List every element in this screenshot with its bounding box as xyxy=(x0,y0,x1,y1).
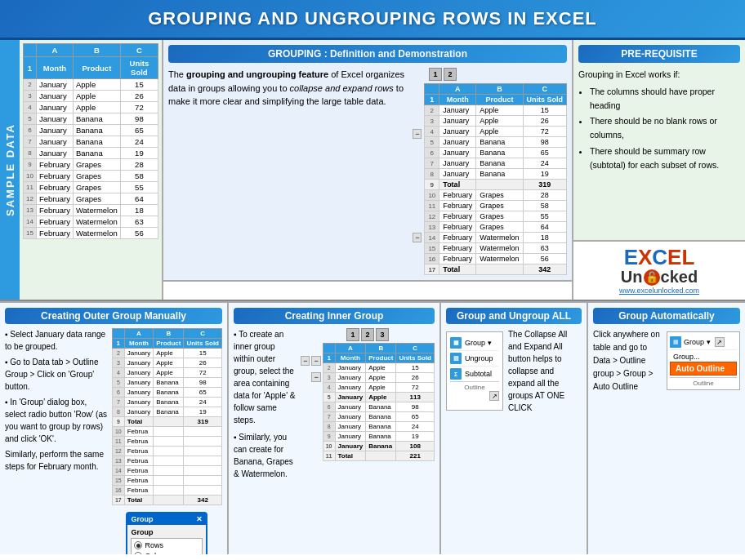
inner-level-3[interactable]: 3 xyxy=(376,328,389,341)
demo-cell-product: Grapes xyxy=(476,190,523,201)
demo-cell-units: 26 xyxy=(523,116,567,127)
dialog-close-btn[interactable]: ✕ xyxy=(196,515,203,523)
mini-table-row: 13 Februa xyxy=(112,456,221,466)
ungroup-label[interactable]: Ungroup xyxy=(465,354,493,362)
mini-row-num: 6 xyxy=(112,388,124,398)
level-1-btn[interactable]: 1 xyxy=(429,68,442,81)
cell-month: February xyxy=(36,205,73,216)
excel-logo-wordmark: EXCEL xyxy=(624,247,695,268)
group-auto-panel: ▦ Group ▾ ↗ Group... Auto Outline Outlin… xyxy=(667,328,740,393)
inner-mini-table-row: 10 January Banana 108 xyxy=(323,442,434,451)
inner-mini-row-num: 10 xyxy=(323,442,335,451)
mini-cell-units: 15 xyxy=(184,349,222,358)
demo-row-num: 6 xyxy=(425,148,439,158)
demo-cell-units: 28 xyxy=(523,190,567,201)
mini-cell-month: January xyxy=(124,398,153,407)
group-auto-text: Click anywhere on table and go to Data >… xyxy=(593,328,662,393)
group-icon: ▦ xyxy=(450,337,462,349)
auto-group-label[interactable]: Group ▾ xyxy=(684,338,711,346)
collapse-controls: − − xyxy=(413,83,422,275)
row-num: 15 xyxy=(24,228,37,239)
radio-columns[interactable]: Columns xyxy=(134,552,199,554)
radio-rows[interactable]: Rows xyxy=(134,541,199,549)
mini-cell-product xyxy=(154,476,184,486)
mini-cell-product: Banana xyxy=(154,388,184,398)
inner-mini-table-row: 2 January Apple 15 xyxy=(323,363,434,373)
mini-col-b: B xyxy=(154,329,184,339)
dialog-subtitle: Group xyxy=(131,528,203,536)
group-menu-item[interactable]: Group... xyxy=(670,352,737,362)
mini-table-row: 8 January Banana 19 xyxy=(112,407,221,417)
ked-text: cked xyxy=(661,268,698,287)
inner-mini-cell-month: January xyxy=(335,402,366,412)
level-2-btn[interactable]: 2 xyxy=(444,68,457,81)
auto-group-expand[interactable]: ↗ xyxy=(715,337,725,347)
inner-mini-cell-month: January xyxy=(335,393,366,402)
inner-row-1: 1 xyxy=(323,353,335,363)
table-row: 9 February Grapes 28 xyxy=(24,159,158,171)
inner-step-2: Similarly, you can create for Banana, Gr… xyxy=(234,431,297,480)
mini-table-row: 15 Februa xyxy=(112,476,221,486)
bottom-row: Creating Outer Group Manually Select Jan… xyxy=(0,301,745,554)
prereq-title: PRE-REQUISITE xyxy=(578,45,740,63)
demo-row-num: 17 xyxy=(425,264,439,275)
outline-arrow[interactable]: ↗ xyxy=(489,391,499,401)
inner-level-2[interactable]: 2 xyxy=(361,328,374,341)
inner-col-c: C xyxy=(396,344,435,353)
collapse-feb-btn[interactable]: − xyxy=(413,233,422,242)
group-auto-body: Click anywhere on table and go to Data >… xyxy=(593,328,740,393)
demo-col-a: A xyxy=(439,84,476,95)
inner-collapse-outer-btn[interactable]: − xyxy=(301,356,310,366)
excel-url[interactable]: www.excelunlocked.com xyxy=(619,287,699,295)
collapse-jan-btn[interactable]: − xyxy=(413,129,422,139)
inner-mini-cell-product: Apple xyxy=(366,363,396,373)
group-all-title: Group and Ungroup ALL xyxy=(446,308,582,324)
demo-row-1: 1 xyxy=(425,95,439,105)
demo-col-c: C xyxy=(523,84,567,95)
demo-table-row: 10 February Grapes 28 xyxy=(425,190,567,201)
inner-col-a: A xyxy=(335,344,366,353)
demo-cell-month: February xyxy=(439,201,476,211)
auto-outline-item[interactable]: Auto Outline xyxy=(670,362,737,376)
cell-units: 55 xyxy=(120,182,158,193)
prereq-section: PRE-REQUISITE Grouping in Excel works if… xyxy=(573,40,745,242)
demo-cell-product: Watermelon xyxy=(476,254,523,264)
demo-row-num: 9 xyxy=(425,180,439,190)
mini-row-num: 5 xyxy=(112,378,124,388)
inner-mini-cell-month: January xyxy=(335,412,366,422)
demo-cell-units: 64 xyxy=(523,222,567,233)
cell-units: 56 xyxy=(120,228,158,239)
columns-label: Columns xyxy=(145,552,174,554)
group-label[interactable]: Group ▾ xyxy=(465,339,492,347)
mini-cell-month: January xyxy=(124,378,153,388)
inner-level-1[interactable]: 1 xyxy=(346,328,359,341)
auto-group-row: ▦ Group ▾ ↗ xyxy=(670,335,737,350)
rows-radio-circle[interactable] xyxy=(134,541,142,549)
inner-mini-row-num: 5 xyxy=(323,393,335,402)
header-month: Month xyxy=(36,57,73,79)
columns-radio-circle[interactable] xyxy=(134,552,142,554)
inner-mini-cell-units: 19 xyxy=(396,432,435,442)
inner-collapse-apple-btn[interactable]: − xyxy=(311,356,320,366)
subtotal-row: Σ Subtotal xyxy=(450,367,499,381)
demo-table-row: 15 February Watermelon 63 xyxy=(425,243,567,254)
demo-cell-units: 65 xyxy=(523,148,567,158)
subtotal-label[interactable]: Subtotal xyxy=(465,370,492,378)
mini-table-row: 14 Februa xyxy=(112,466,221,476)
mini-cell-product xyxy=(154,447,184,456)
cell-product: Banana xyxy=(73,125,120,136)
inner-collapse-banana-btn[interactable]: − xyxy=(311,372,320,382)
letter-x: X xyxy=(638,245,652,269)
demo-row-num: 16 xyxy=(425,254,439,264)
outer-mini-table-container: A B C 1 Month Product Units Sold xyxy=(112,328,222,505)
mini-cell-units: 24 xyxy=(184,398,222,407)
outer-mini-table: A B C 1 Month Product Units Sold xyxy=(112,328,222,505)
mini-row-num: 15 xyxy=(112,476,124,486)
inner-mini-cell-month: January xyxy=(335,422,366,432)
mini-cell-month: January xyxy=(124,407,153,417)
inner-mini-cell-product: Banana xyxy=(366,432,396,442)
inner-mini-cell-product: Apple xyxy=(366,383,396,393)
demo-cell-month: January xyxy=(439,137,476,148)
demo-col-num xyxy=(425,84,439,95)
mini-row-num: 13 xyxy=(112,456,124,466)
